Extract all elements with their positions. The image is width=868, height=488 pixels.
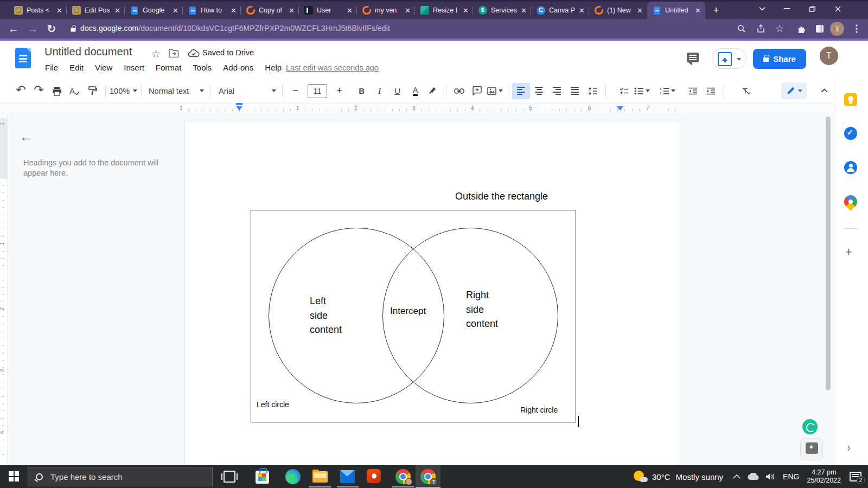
taskbar-search-box[interactable]: Type here to search xyxy=(28,467,213,486)
browser-tab[interactable]: User✕ xyxy=(299,2,357,19)
decrease-indent-button[interactable] xyxy=(684,83,702,99)
insert-image-button[interactable] xyxy=(486,83,504,99)
menu-format[interactable]: Format xyxy=(156,63,182,72)
left-margin-marker[interactable] xyxy=(236,106,242,111)
text-color-button[interactable]: A xyxy=(406,83,424,99)
tab-close-icon[interactable]: ✕ xyxy=(521,7,527,15)
window-minimize-button[interactable] xyxy=(778,0,795,17)
menu-file[interactable]: File xyxy=(45,63,58,72)
menu-tools[interactable]: Tools xyxy=(193,63,212,72)
checklist-button[interactable] xyxy=(615,83,633,99)
decrease-font-button[interactable]: − xyxy=(286,83,304,99)
font-select[interactable]: Arial xyxy=(214,83,278,99)
presentation-button[interactable] xyxy=(712,48,746,69)
browser-tab[interactable]: Resize I✕ xyxy=(415,2,473,19)
browser-tab[interactable]: Services✕ xyxy=(473,2,531,19)
tab-search-chevron-icon[interactable] xyxy=(754,0,770,17)
weather-temp[interactable]: 30°C xyxy=(652,472,671,481)
menu-addons[interactable]: Add-ons xyxy=(223,63,253,72)
reload-button[interactable]: ↻ xyxy=(46,23,58,35)
side-panel-icon[interactable] xyxy=(814,23,826,35)
google-docs-logo[interactable] xyxy=(15,48,31,68)
tab-close-icon[interactable]: ✕ xyxy=(114,7,120,15)
document-page[interactable]: Outside the rectangle Leftsidecontent In… xyxy=(184,121,679,465)
language-indicator[interactable]: ENG xyxy=(783,472,799,481)
menu-edit[interactable]: Edit xyxy=(69,63,84,72)
menu-view[interactable]: View xyxy=(95,63,112,72)
account-avatar[interactable]: T xyxy=(820,47,838,65)
menu-help[interactable]: Help xyxy=(265,63,282,72)
vertical-scrollbar[interactable] xyxy=(826,117,831,390)
clock[interactable]: 4:27 pm25/02/2022 xyxy=(807,468,841,485)
star-document-icon[interactable]: ☆ xyxy=(151,48,161,60)
hide-side-panel-chevron-icon[interactable]: › xyxy=(847,441,851,455)
document-title[interactable]: Untitled document xyxy=(44,46,132,58)
tab-close-icon[interactable]: ✕ xyxy=(463,7,469,15)
line-spacing-button[interactable] xyxy=(584,83,602,99)
paint-format-button[interactable] xyxy=(84,83,101,99)
google-contacts-icon[interactable] xyxy=(844,161,857,174)
first-line-indent-marker[interactable] xyxy=(236,103,242,105)
window-restore-button[interactable] xyxy=(804,0,820,17)
tab-close-icon[interactable]: ✕ xyxy=(231,7,237,15)
print-button[interactable] xyxy=(48,83,66,99)
menu-insert[interactable]: Insert xyxy=(124,63,144,72)
tab-close-icon[interactable]: ✕ xyxy=(695,7,701,15)
add-comment-button[interactable] xyxy=(468,83,486,99)
zoom-page-icon[interactable] xyxy=(736,23,748,35)
browser-profile-avatar[interactable]: T xyxy=(830,22,844,36)
mail-icon[interactable] xyxy=(340,469,355,484)
redo-button[interactable]: ↷ xyxy=(30,83,48,99)
back-button[interactable]: ← xyxy=(8,23,20,35)
url-text[interactable]: docs.google.com/document/d/10DkdsVC1cgtF… xyxy=(80,24,390,33)
browser-tab[interactable]: Google✕ xyxy=(125,2,183,19)
undo-button[interactable]: ↶ xyxy=(12,83,30,99)
open-comment-history-icon[interactable] xyxy=(687,53,699,62)
paragraph-style-select[interactable]: Normal text xyxy=(145,83,206,99)
browser-tab[interactable]: (1) New✕ xyxy=(589,2,647,19)
browser-tab[interactable]: Posts <✕ xyxy=(9,2,67,19)
extensions-puzzle-icon[interactable] xyxy=(795,23,807,35)
weather-icon[interactable] xyxy=(634,471,648,483)
weather-desc[interactable]: Mostly sunny xyxy=(676,472,724,481)
close-outline-arrow-icon[interactable]: ← xyxy=(20,129,33,144)
grammarly-icon[interactable] xyxy=(802,419,818,434)
browser-tab[interactable]: How to✕ xyxy=(183,2,241,19)
saved-status-label[interactable]: Saved to Drive xyxy=(202,48,254,57)
task-view-button[interactable] xyxy=(224,471,235,483)
notification-center-icon[interactable]: 2 xyxy=(850,472,861,481)
zoom-select[interactable]: 100% xyxy=(110,83,137,99)
tab-close-icon[interactable]: ✕ xyxy=(637,7,643,15)
italic-button[interactable]: I xyxy=(371,83,388,99)
start-button[interactable] xyxy=(9,471,19,481)
increase-font-button[interactable]: + xyxy=(330,83,348,99)
vertical-ruler[interactable]: 1 1 2 3 4 xyxy=(0,113,8,465)
file-explorer-icon[interactable] xyxy=(312,469,328,484)
new-tab-button[interactable]: + xyxy=(709,3,724,18)
insert-link-button[interactable] xyxy=(450,83,468,99)
tab-close-icon[interactable]: ✕ xyxy=(56,7,62,15)
align-right-button[interactable] xyxy=(548,83,566,99)
microsoft-store-icon[interactable] xyxy=(256,469,271,484)
share-button[interactable]: Share xyxy=(753,49,806,69)
bookmark-star-icon[interactable]: ☆ xyxy=(774,23,786,35)
highlight-color-button[interactable] xyxy=(424,83,442,99)
clear-formatting-button[interactable]: Tx xyxy=(738,83,756,99)
bulleted-list-button[interactable] xyxy=(633,83,651,99)
saved-to-drive-cloud-icon[interactable] xyxy=(188,49,200,57)
tab-close-icon[interactable]: ✕ xyxy=(173,7,178,15)
editing-mode-button[interactable] xyxy=(781,82,807,99)
bold-button[interactable]: B xyxy=(353,83,371,99)
right-margin-marker[interactable] xyxy=(617,106,623,111)
tab-close-icon[interactable]: ✕ xyxy=(289,7,295,15)
assistant-widget[interactable] xyxy=(800,438,823,460)
onedrive-icon[interactable] xyxy=(747,473,759,480)
get-addons-plus-icon[interactable]: + xyxy=(845,245,852,259)
increase-indent-button[interactable] xyxy=(702,83,720,99)
last-edit-link[interactable]: Last edit was seconds ago xyxy=(286,63,379,72)
underline-button[interactable]: U xyxy=(388,83,406,99)
spellcheck-button[interactable]: A xyxy=(66,83,84,99)
tab-close-icon[interactable]: ✕ xyxy=(347,7,353,15)
volume-icon[interactable] xyxy=(765,473,775,480)
horizontal-ruler[interactable]: 1 1 2 3 4 5 6 7 xyxy=(0,103,833,113)
